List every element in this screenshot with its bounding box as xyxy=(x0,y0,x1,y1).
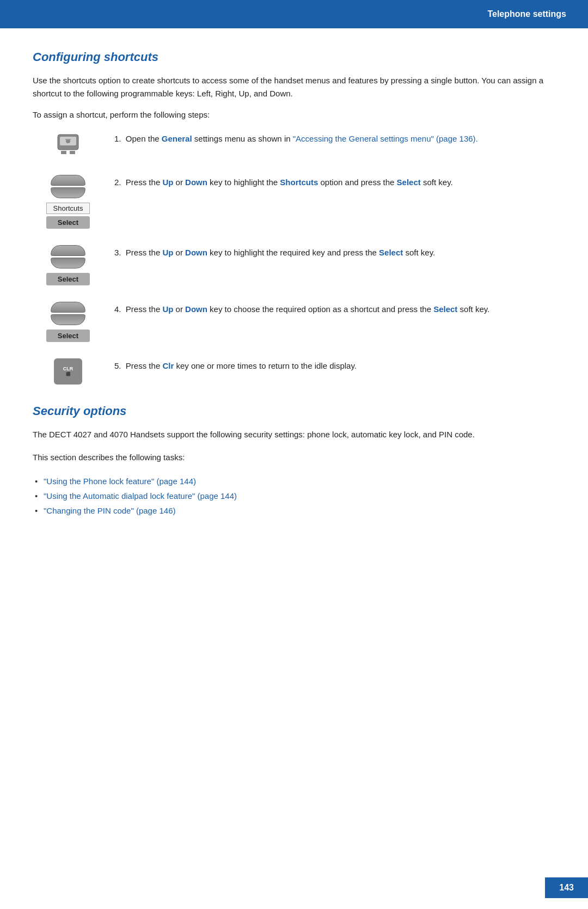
step-4: Select 4. Press the Up or Down key to ch… xyxy=(33,302,555,342)
step-5: CLR ⬛ 5. Press the Clr key one or more t… xyxy=(33,358,555,388)
step-1-text: 1. Open the General settings menu as sho… xyxy=(114,131,555,145)
up-key-step3 xyxy=(51,245,85,256)
steps-container: 1. Open the General settings menu as sho… xyxy=(33,131,555,388)
section2-intro: The DECT 4027 and 4070 Handsets support … xyxy=(33,428,555,441)
nav-keys-step4 xyxy=(51,302,85,325)
step-3: Select 3. Press the Up or Down key to hi… xyxy=(33,245,555,285)
step-2-number: 2. xyxy=(114,178,126,187)
link-dialpad-lock[interactable]: "Using the Automatic dialpad lock featur… xyxy=(44,491,237,501)
page-number: 143 xyxy=(545,877,588,898)
step-2-icon: Shortcuts Select xyxy=(33,175,103,229)
header-bar: Telephone settings xyxy=(0,0,588,28)
step-1-link[interactable]: "Accessing the General settings menu" (p… xyxy=(293,134,478,143)
clr-key-sublabel: ⬛ xyxy=(66,372,71,376)
step-2: Shortcuts Select 2. Press the Up or Down… xyxy=(33,175,555,229)
step-3-down-keyword: Down xyxy=(185,248,207,257)
step-3-text: 3. Press the Up or Down key to highlight… xyxy=(114,245,555,259)
step-2-text: 2. Press the Up or Down key to highlight… xyxy=(114,175,555,189)
step-2-up-keyword: Up xyxy=(162,178,173,187)
clr-key-label: CLR xyxy=(63,367,74,371)
down-key xyxy=(51,187,85,198)
down-key-step3 xyxy=(51,258,85,269)
step-3-select-keyword: Select xyxy=(379,248,403,257)
select-button-step4: Select xyxy=(46,330,90,342)
step-1: 1. Open the General settings menu as sho… xyxy=(33,131,555,158)
step-4-text: 4. Press the Up or Down key to choose th… xyxy=(114,302,555,316)
list-item-2: "Using the Automatic dialpad lock featur… xyxy=(33,489,555,503)
list-item-1: "Using the Phone lock feature" (page 144… xyxy=(33,474,555,489)
step-5-text: 5. Press the Clr key one or more times t… xyxy=(114,358,555,373)
step-2-down-keyword: Down xyxy=(185,178,207,187)
step-5-clr-keyword: Clr xyxy=(162,361,174,370)
header-title: Telephone settings xyxy=(487,9,566,19)
step-3-number: 3. xyxy=(114,248,126,257)
up-key xyxy=(51,175,85,186)
step-1-general-keyword: General xyxy=(162,134,192,143)
select-button-step3: Select xyxy=(46,273,90,285)
step-4-up-keyword: Up xyxy=(162,304,173,314)
link-phone-lock[interactable]: "Using the Phone lock feature" (page 144… xyxy=(44,477,196,486)
step-1-number: 1. xyxy=(114,134,126,143)
section2-tasks-intro: This section describes the following tas… xyxy=(33,451,555,464)
step-3-up-keyword: Up xyxy=(162,248,173,257)
section2-title: Security options xyxy=(33,404,555,418)
step-5-number: 5. xyxy=(114,361,126,370)
main-content: Configuring shortcuts Use the shortcuts … xyxy=(0,28,588,551)
step-2-shortcuts-keyword: Shortcuts xyxy=(280,178,318,187)
nav-keys-step3 xyxy=(51,245,85,269)
step-3-icon: Select xyxy=(33,245,103,285)
step-2-select-keyword: Select xyxy=(397,178,421,187)
svg-rect-5 xyxy=(65,139,71,140)
steps-intro: To assign a shortcut, perform the follow… xyxy=(33,110,555,119)
svg-rect-3 xyxy=(70,151,75,154)
select-button-step2: Select xyxy=(46,216,90,229)
step-4-icon: Select xyxy=(33,302,103,342)
list-item-3: "Changing the PIN code" (page 146) xyxy=(33,503,555,518)
clr-key-icon: CLR ⬛ xyxy=(54,358,82,385)
step-1-icon xyxy=(33,131,103,158)
step-4-down-keyword: Down xyxy=(185,304,207,314)
lcd-display-step2: Shortcuts xyxy=(46,203,90,214)
svg-rect-2 xyxy=(61,151,66,154)
step-4-number: 4. xyxy=(114,304,126,314)
step-5-icon: CLR ⬛ xyxy=(33,358,103,388)
up-key-step4 xyxy=(51,302,85,313)
down-key-step4 xyxy=(51,314,85,325)
section1-intro: Use the shortcuts option to create short… xyxy=(33,74,555,100)
settings-icon xyxy=(53,131,83,158)
link-pin-code[interactable]: "Changing the PIN code" (page 146) xyxy=(44,506,175,515)
section2-links-list: "Using the Phone lock feature" (page 144… xyxy=(33,474,555,518)
nav-keys-step2 xyxy=(51,175,85,198)
step-4-select-keyword: Select xyxy=(433,304,457,314)
section1-title: Configuring shortcuts xyxy=(33,50,555,64)
